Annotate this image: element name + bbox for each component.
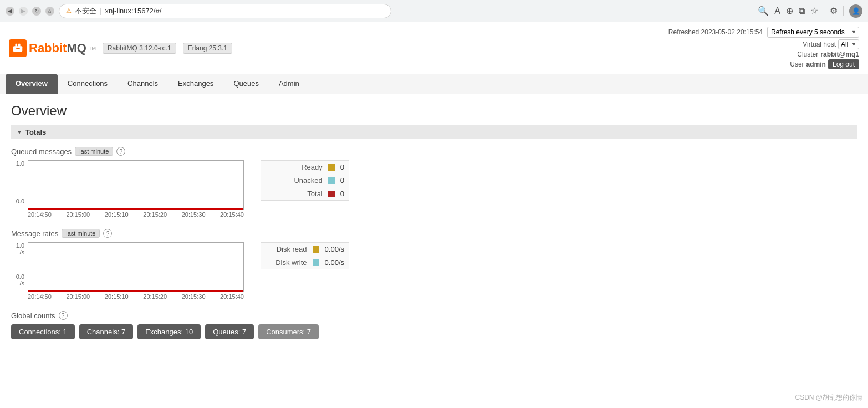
bookmark-icon[interactable]: ☆ — [810, 6, 818, 16]
stats-disk-read-value: 0.00/s — [325, 245, 344, 253]
nav-tabs: Overview Connections Channels Exchanges … — [0, 74, 868, 94]
vhost-select[interactable]: All — [838, 39, 859, 49]
message-rates-title: Message rates last minute ? — [11, 229, 857, 238]
disk-read-color-box — [313, 246, 319, 253]
main-content: Overview ▼ Totals Queued messages last m… — [0, 94, 868, 348]
queued-y-top: 1.0 — [11, 160, 24, 167]
svg-rect-3 — [16, 48, 18, 49]
split-icon[interactable]: ⧉ — [799, 6, 805, 16]
queued-help-icon[interactable]: ? — [116, 147, 125, 156]
stats-disk-read-label: Disk read — [265, 245, 307, 253]
refresh-row: Refreshed 2023-05-02 20:15:54 No refresh… — [668, 27, 859, 38]
rmq-header-right: Refreshed 2023-05-02 20:15:54 No refresh… — [668, 27, 859, 69]
totals-label: Totals — [25, 128, 46, 136]
info-rows: Virtual host All Cluster rabbit@mq1 User… — [790, 39, 859, 69]
vhost-select-wrap[interactable]: All — [838, 39, 859, 49]
queued-chart-x-labels: 20:14:50 20:15:00 20:15:10 20:15:20 20:1… — [28, 210, 244, 218]
forward-button[interactable]: ▶ — [19, 7, 28, 16]
svg-rect-1 — [15, 43, 17, 47]
stats-ready-label: Ready — [265, 163, 323, 171]
font-icon[interactable]: A — [774, 6, 780, 16]
totals-section-header[interactable]: ▼ Totals — [11, 125, 857, 139]
global-counts-label: Global counts — [11, 312, 55, 320]
channels-count-badge[interactable]: Channels: 7 — [79, 324, 133, 339]
message-rates-last-minute-btn[interactable]: last minute — [62, 229, 100, 238]
refreshed-label: Refreshed 2023-05-02 20:15:54 — [668, 28, 763, 36]
queued-messages-label: Queued messages — [11, 147, 72, 156]
global-counts-section: Global counts ? Connections: 1 Channels:… — [11, 311, 857, 339]
refresh-button[interactable]: ↻ — [32, 7, 41, 16]
cluster-value: rabbit@mq1 — [820, 50, 859, 58]
svg-rect-2 — [18, 43, 21, 47]
stats-unacked-label: Unacked — [265, 176, 323, 185]
message-rates-label: Message rates — [11, 230, 58, 238]
rates-y-bottom: 0.0 /s — [11, 273, 24, 287]
cluster-row: Cluster rabbit@mq1 — [797, 50, 859, 58]
home-button[interactable]: ⌂ — [45, 7, 54, 16]
queued-messages-chart-row: 1.0 0.0 20:14:50 20:15:00 20:15:10 20:15… — [11, 160, 857, 218]
zoom-icon[interactable]: ⊕ — [786, 6, 793, 16]
rates-stats-table: Disk read 0.00/s Disk write 0.00/s — [261, 242, 349, 269]
queued-messages-title: Queued messages last minute ? — [11, 147, 857, 156]
disk-write-color-box — [313, 259, 319, 266]
rmq-logo: RabbitMQ TM — [9, 39, 96, 57]
tab-overview[interactable]: Overview — [6, 74, 58, 94]
rates-chart-y-labels: 1.0 /s 0.0 /s — [11, 242, 27, 287]
rmq-header: RabbitMQ TM RabbitMQ 3.12.0-rc.1 Erlang … — [0, 22, 868, 74]
queued-last-minute-btn[interactable]: last minute — [75, 147, 113, 156]
stats-unacked-row: Unacked 0 — [261, 174, 349, 187]
logout-button[interactable]: Log out — [828, 59, 859, 69]
stats-disk-read-row: Disk read 0.00/s — [261, 242, 349, 256]
user-label: User — [790, 60, 804, 68]
stats-total-value: 0 — [340, 190, 344, 198]
exchanges-count-badge[interactable]: Exchanges: 10 — [137, 324, 201, 339]
stats-total-label: Total — [265, 190, 323, 198]
refresh-select-wrap[interactable]: No refresh Refresh every 5 seconds Refre… — [767, 27, 859, 38]
settings-icon[interactable]: ⚙ — [830, 6, 838, 16]
stats-ready-value: 0 — [340, 163, 344, 171]
virtual-host-label: Virtual host — [803, 40, 836, 48]
collapse-triangle-icon: ▼ — [17, 129, 22, 135]
rmq-logo-rabbit: Rabbit — [29, 41, 67, 55]
tab-admin[interactable]: Admin — [269, 74, 309, 94]
queues-count-badge[interactable]: Queues: 7 — [205, 324, 254, 339]
tab-exchanges[interactable]: Exchanges — [168, 74, 223, 94]
counts-row: Connections: 1 Channels: 7 Exchanges: 10… — [11, 324, 857, 339]
queued-stats-table: Ready 0 Unacked 0 Total 0 — [261, 160, 349, 200]
tab-queues[interactable]: Queues — [223, 74, 269, 94]
address-bar[interactable]: ⚠ 不安全 | xnj-linux:15672/#/ — [59, 4, 391, 18]
global-counts-title: Global counts ? — [11, 311, 857, 320]
rmq-logo-tm: TM — [89, 45, 96, 51]
cluster-label: Cluster — [797, 50, 818, 58]
security-warning-text: 不安全 — [75, 6, 96, 16]
refresh-select[interactable]: No refresh Refresh every 5 seconds Refre… — [767, 27, 859, 38]
stats-total-row: Total 0 — [261, 187, 349, 201]
divider — [824, 6, 824, 16]
rabbit-svg-icon — [12, 42, 24, 54]
browser-chrome: ◀ ▶ ↻ ⌂ ⚠ 不安全 | xnj-linux:15672/#/ 🔍 A ⊕… — [0, 0, 868, 22]
total-color-box — [328, 191, 335, 197]
svg-rect-4 — [18, 48, 20, 49]
page-title: Overview — [11, 103, 857, 119]
global-counts-help-icon[interactable]: ? — [59, 311, 68, 320]
queued-baseline — [28, 208, 243, 210]
message-rates-help-icon[interactable]: ? — [103, 229, 112, 238]
avatar-icon[interactable]: 👤 — [849, 4, 862, 18]
version-badge: RabbitMQ 3.12.0-rc.1 — [103, 43, 176, 54]
queued-chart-y-labels: 1.0 0.0 — [11, 160, 27, 205]
search-icon[interactable]: 🔍 — [758, 6, 769, 16]
rates-chart-area: 1.0 /s 0.0 /s 20:14:50 20:15:00 20:15:10… — [11, 242, 244, 300]
user-row: User admin Log out — [790, 59, 859, 69]
stats-disk-write-value: 0.00/s — [325, 258, 344, 267]
stats-ready-row: Ready 0 — [261, 160, 349, 174]
ready-color-box — [328, 164, 335, 171]
back-button[interactable]: ◀ — [6, 7, 14, 16]
consumers-count-badge[interactable]: Consumers: 7 — [258, 324, 319, 339]
connections-count-badge[interactable]: Connections: 1 — [11, 324, 75, 339]
tab-connections[interactable]: Connections — [58, 74, 118, 94]
stats-disk-write-label: Disk write — [265, 258, 307, 267]
queued-chart-area: 1.0 0.0 20:14:50 20:15:00 20:15:10 20:15… — [11, 160, 244, 218]
tab-channels[interactable]: Channels — [118, 74, 168, 94]
stats-disk-write-row: Disk write 0.00/s — [261, 256, 349, 269]
rmq-logo-icon — [9, 39, 27, 57]
